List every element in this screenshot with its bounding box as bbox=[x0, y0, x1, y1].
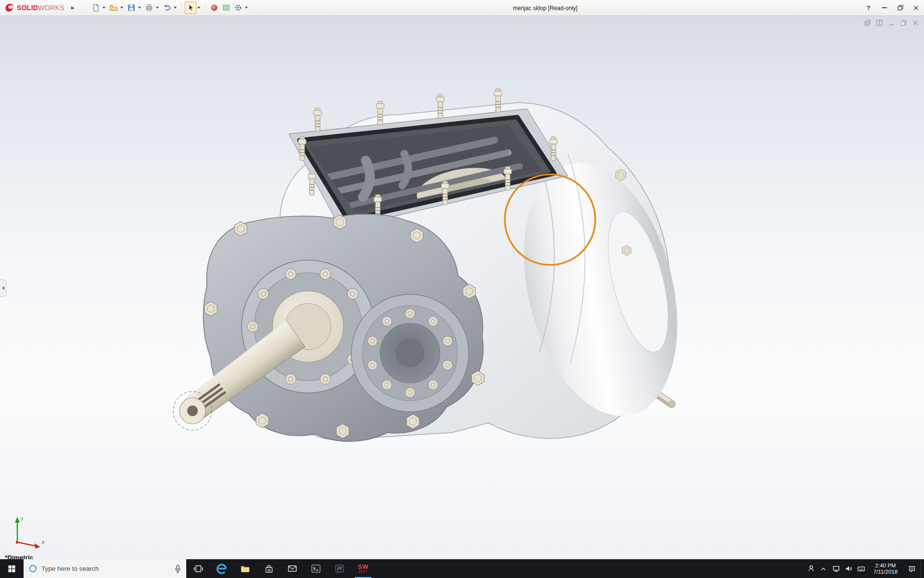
help-button[interactable]: ? bbox=[860, 0, 876, 15]
edit-appearance-button[interactable] bbox=[208, 1, 220, 14]
file-explorer-button[interactable] bbox=[233, 559, 257, 578]
select-dropdown-caret[interactable] bbox=[197, 7, 200, 9]
new-document-button[interactable] bbox=[90, 1, 102, 14]
new-dropdown-caret[interactable] bbox=[103, 7, 105, 9]
feature-panel-collapse-tab[interactable] bbox=[0, 279, 6, 297]
search-input[interactable] bbox=[41, 565, 170, 572]
cover-dome-center bbox=[396, 339, 424, 368]
maximize-button[interactable] bbox=[892, 0, 908, 15]
y-axis-arrowhead bbox=[15, 517, 20, 523]
solidworks-app-icon: SW 2017 bbox=[358, 564, 369, 574]
action-center-button[interactable] bbox=[904, 559, 920, 578]
undo-dropdown-caret[interactable] bbox=[174, 7, 177, 9]
brand-name: SOLIDWORKS bbox=[17, 4, 64, 12]
save-button[interactable] bbox=[126, 1, 137, 14]
start-button[interactable] bbox=[0, 559, 24, 578]
orientation-triad[interactable]: y x bbox=[10, 509, 50, 550]
folder-icon bbox=[240, 563, 251, 574]
select-tool-button[interactable] bbox=[185, 1, 196, 14]
tile-windows-button[interactable] bbox=[875, 19, 883, 26]
terminal-icon bbox=[310, 563, 321, 574]
document-window-controls bbox=[863, 19, 919, 26]
cortana-icon bbox=[28, 564, 38, 573]
menu-flyout-arrow[interactable]: ▶ bbox=[71, 5, 75, 10]
windows-taskbar: SW 2017 bbox=[0, 559, 924, 578]
edge-button[interactable] bbox=[210, 559, 233, 578]
solidworks-taskbar-button[interactable]: SW 2017 bbox=[351, 559, 375, 578]
x-axis-label: x bbox=[42, 539, 45, 545]
print-dropdown-caret[interactable] bbox=[156, 7, 159, 9]
toolbar-separator bbox=[181, 3, 182, 12]
open-button[interactable] bbox=[108, 1, 119, 14]
people-icon bbox=[807, 565, 815, 573]
undo-arrow-icon bbox=[163, 3, 171, 12]
taskbar-search-box[interactable] bbox=[24, 559, 186, 578]
minimize-button[interactable] bbox=[876, 0, 892, 15]
graphics-viewport[interactable]: y x *Dimetric bbox=[0, 16, 924, 559]
help-icon: ? bbox=[867, 4, 871, 12]
clock-date: 7/11/2018 bbox=[869, 569, 902, 575]
network-button[interactable] bbox=[830, 559, 842, 578]
view-orientation-label: *Dimetric bbox=[5, 554, 33, 559]
network-icon bbox=[832, 565, 840, 573]
volume-icon bbox=[845, 565, 853, 573]
quick-access-toolbar bbox=[90, 1, 250, 14]
close-icon bbox=[913, 5, 919, 11]
save-floppy-icon bbox=[127, 3, 136, 12]
solidworks-logo: SOLIDWORKS bbox=[0, 2, 68, 13]
gear-icon bbox=[234, 3, 243, 12]
keyboard-icon bbox=[857, 565, 865, 573]
brand-works: WORKS bbox=[38, 4, 64, 12]
hidden-icons-button[interactable] bbox=[817, 559, 830, 578]
design-table-button[interactable] bbox=[220, 1, 232, 14]
task-view-button[interactable] bbox=[186, 559, 210, 578]
sw-badge-top: SW bbox=[358, 564, 369, 570]
minimize-icon bbox=[882, 7, 887, 8]
doc-restore-button[interactable] bbox=[899, 19, 907, 26]
microphone-icon[interactable] bbox=[174, 565, 181, 573]
edge-icon bbox=[216, 563, 227, 574]
dark-app-button[interactable] bbox=[328, 559, 351, 578]
toolbar-separator bbox=[205, 3, 205, 12]
touch-keyboard-button[interactable] bbox=[855, 559, 867, 578]
action-center-icon bbox=[908, 565, 916, 573]
mail-button[interactable] bbox=[281, 559, 304, 578]
people-button[interactable] bbox=[805, 559, 817, 578]
brand-solid: SOLID bbox=[17, 4, 38, 12]
restore-icon bbox=[898, 5, 903, 11]
taskbar-clock[interactable]: 2:40 PM 7/11/2018 bbox=[867, 563, 904, 575]
command-prompt-button[interactable] bbox=[304, 559, 328, 578]
x-axis-arrow bbox=[18, 542, 36, 546]
windows-logo-icon bbox=[7, 564, 16, 573]
undo-button[interactable] bbox=[161, 1, 173, 14]
task-view-icon bbox=[193, 564, 204, 574]
ds-logo-icon bbox=[4, 2, 14, 13]
x-axis-arrowhead bbox=[35, 543, 41, 549]
save-dropdown-caret[interactable] bbox=[138, 7, 141, 9]
side-cover[interactable] bbox=[351, 294, 469, 412]
system-tray: 2:40 PM 7/11/2018 bbox=[805, 559, 924, 578]
volume-button[interactable] bbox=[842, 559, 855, 578]
open-dropdown-caret[interactable] bbox=[120, 7, 123, 9]
print-button[interactable] bbox=[143, 1, 155, 14]
table-icon bbox=[222, 3, 231, 12]
store-button[interactable] bbox=[257, 559, 281, 578]
mail-envelope-icon bbox=[287, 563, 298, 574]
appearance-sphere-icon bbox=[210, 3, 218, 12]
doc-minimize-button[interactable] bbox=[887, 19, 895, 26]
doc-close-button[interactable] bbox=[911, 19, 919, 26]
close-button[interactable] bbox=[908, 0, 924, 15]
show-desktop-button[interactable] bbox=[920, 559, 924, 578]
options-button[interactable] bbox=[232, 1, 244, 14]
store-bag-icon bbox=[264, 564, 274, 574]
model-canvas[interactable] bbox=[0, 16, 924, 559]
window-title: menjac sklop [Read-only] bbox=[513, 0, 578, 16]
options-dropdown-caret[interactable] bbox=[245, 7, 248, 9]
clock-time: 2:40 PM bbox=[869, 563, 902, 569]
front-cover-plate[interactable] bbox=[173, 214, 484, 442]
dark-app-icon bbox=[334, 563, 345, 574]
cascade-windows-button[interactable] bbox=[863, 19, 871, 26]
solidworks-window: SOLIDWORKS ▶ bbox=[0, 0, 924, 578]
window-controls: ? bbox=[860, 0, 924, 15]
y-axis-label: y bbox=[21, 515, 24, 521]
